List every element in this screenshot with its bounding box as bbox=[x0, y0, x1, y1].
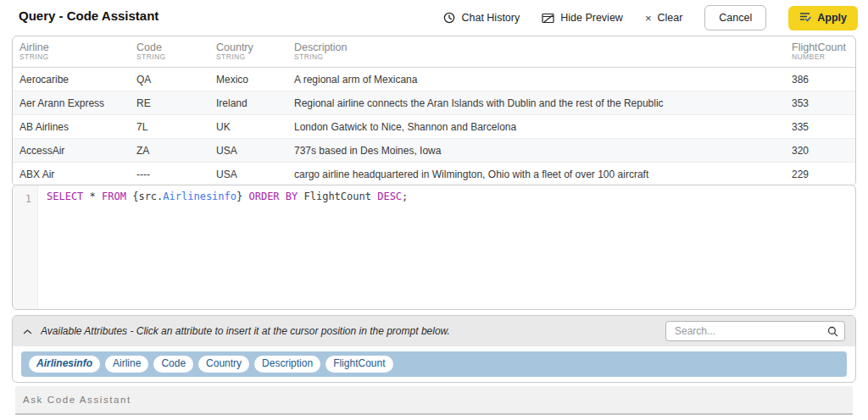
cancel-button[interactable]: Cancel bbox=[704, 5, 766, 30]
table-cell: ZA bbox=[130, 145, 209, 157]
entity-chip[interactable]: Airlinesinfo bbox=[29, 356, 100, 373]
clear-x-icon: × bbox=[645, 13, 652, 24]
code-token-plain: FlightCount bbox=[298, 191, 377, 202]
table-cell: QA bbox=[130, 74, 209, 86]
column-header: FlightCountNUMBER bbox=[785, 41, 855, 62]
code-token-ident: Airlinesinfo bbox=[163, 191, 236, 202]
table-row: ABX Air----USAcargo airline headquartere… bbox=[13, 163, 855, 185]
code-token-plain: {src. bbox=[126, 191, 163, 202]
code-token-keyword: SELECT bbox=[47, 191, 83, 202]
clock-history-icon bbox=[443, 12, 455, 24]
table-cell: 386 bbox=[785, 74, 855, 86]
table-cell: London Gatwick to Nice, Shannon and Barc… bbox=[287, 121, 785, 133]
column-header: AirlineSTRING bbox=[13, 41, 130, 62]
table-row: AB Airlines7LUKLondon Gatwick to Nice, S… bbox=[13, 115, 855, 139]
table-row: Aer Arann ExpressREIrelandRegional airli… bbox=[13, 91, 855, 115]
table-header-row: AirlineSTRINGCodeSTRINGCountrySTRINGDesc… bbox=[13, 36, 855, 68]
ask-code-assistant-label: Ask Code Assistant bbox=[15, 395, 131, 405]
chat-history-label: Chat History bbox=[461, 12, 520, 24]
code-token-keyword: FROM bbox=[102, 191, 126, 202]
code-token-keyword: DESC bbox=[377, 191, 402, 202]
header-actions: Chat History Hide Preview × Clear Cancel… bbox=[443, 5, 858, 30]
clear-button[interactable]: × Clear bbox=[645, 12, 682, 24]
available-attributes-panel: Available Attributes - Click an attribut… bbox=[12, 315, 856, 383]
attribute-chip[interactable]: Code bbox=[153, 356, 193, 373]
attributes-panel-header: Available Attributes - Click an attribut… bbox=[13, 316, 855, 346]
attribute-chip[interactable]: Description bbox=[254, 356, 320, 373]
hide-preview-label: Hide Preview bbox=[560, 12, 623, 24]
ask-code-assistant-bar[interactable]: Ask Code Assistant bbox=[15, 386, 853, 415]
sql-editor[interactable]: 1 SELECT * FROM {src.Airlinesinfo} ORDER… bbox=[12, 185, 856, 310]
table-cell: A regional arm of Mexicana bbox=[287, 74, 785, 86]
table-cell: 737s based in Des Moines, Iowa bbox=[287, 145, 785, 157]
table-cell: USA bbox=[209, 145, 287, 157]
column-header: CountrySTRING bbox=[209, 41, 287, 62]
code-token-plain: ; bbox=[402, 191, 408, 202]
table-body: AerocaribeQAMexicoA regional arm of Mexi… bbox=[13, 68, 855, 185]
apply-label: Apply bbox=[817, 12, 847, 24]
apply-button[interactable]: Apply bbox=[788, 6, 858, 30]
line-number: 1 bbox=[25, 193, 31, 205]
code-token-plain: } bbox=[236, 191, 248, 202]
table-cell: RE bbox=[130, 97, 209, 109]
table-cell: AB Airlines bbox=[13, 121, 130, 133]
preview-icon bbox=[542, 13, 554, 24]
table-cell: AccessAir bbox=[13, 145, 130, 157]
table-cell: 229 bbox=[785, 169, 855, 180]
chat-history-button[interactable]: Chat History bbox=[443, 12, 520, 24]
column-header: CodeSTRING bbox=[130, 41, 209, 62]
collapse-chevron-up-icon[interactable] bbox=[23, 323, 32, 339]
code-line[interactable]: SELECT * FROM {src.Airlinesinfo} ORDER B… bbox=[38, 185, 855, 309]
table-cell: Aer Arann Express bbox=[13, 97, 130, 109]
table-cell: ABX Air bbox=[13, 169, 130, 180]
apply-check-list-icon bbox=[799, 12, 811, 25]
table-cell: 353 bbox=[785, 97, 855, 109]
hide-preview-button[interactable]: Hide Preview bbox=[542, 12, 623, 24]
attribute-chip[interactable]: FlightCount bbox=[326, 356, 392, 373]
table-cell: 320 bbox=[785, 145, 855, 157]
titlebar: Query - Code Assistant Chat History Hide… bbox=[0, 0, 868, 34]
table-cell: 7L bbox=[130, 121, 209, 133]
table-cell: Ireland bbox=[209, 97, 287, 109]
table-cell: Regional airline connects the Aran Islan… bbox=[287, 97, 785, 109]
page-title: Query - Code Assistant bbox=[19, 8, 159, 23]
table-cell: ---- bbox=[130, 169, 209, 180]
table-cell: UK bbox=[209, 121, 287, 133]
table-cell: Aerocaribe bbox=[13, 74, 130, 86]
attributes-hint-text: Available Attributes - Click an attribut… bbox=[41, 325, 657, 337]
table-cell: Mexico bbox=[209, 74, 287, 86]
attribute-chip[interactable]: Country bbox=[198, 356, 249, 373]
table-cell: USA bbox=[209, 169, 287, 180]
clear-label: Clear bbox=[657, 12, 682, 24]
table-cell: 335 bbox=[785, 121, 855, 133]
attribute-chips-bar: AirlinesinfoAirlineCodeCountryDescriptio… bbox=[21, 351, 847, 377]
column-header: DescriptionSTRING bbox=[287, 41, 785, 62]
attribute-chip[interactable]: Airline bbox=[105, 356, 148, 373]
table-cell: cargo airline headquartered in Wilmingto… bbox=[287, 169, 785, 180]
results-preview-table: AirlineSTRINGCodeSTRINGCountrySTRINGDesc… bbox=[12, 36, 856, 186]
editor-gutter: 1 bbox=[13, 185, 38, 309]
table-row: AerocaribeQAMexicoA regional arm of Mexi… bbox=[13, 68, 855, 91]
code-token-plain: * bbox=[83, 191, 102, 202]
attribute-search-input[interactable] bbox=[665, 321, 845, 341]
attribute-search bbox=[665, 321, 845, 341]
code-token-keyword: ORDER BY bbox=[248, 191, 298, 202]
search-icon bbox=[827, 325, 838, 340]
table-row: AccessAirZAUSA737s based in Des Moines, … bbox=[13, 139, 855, 163]
